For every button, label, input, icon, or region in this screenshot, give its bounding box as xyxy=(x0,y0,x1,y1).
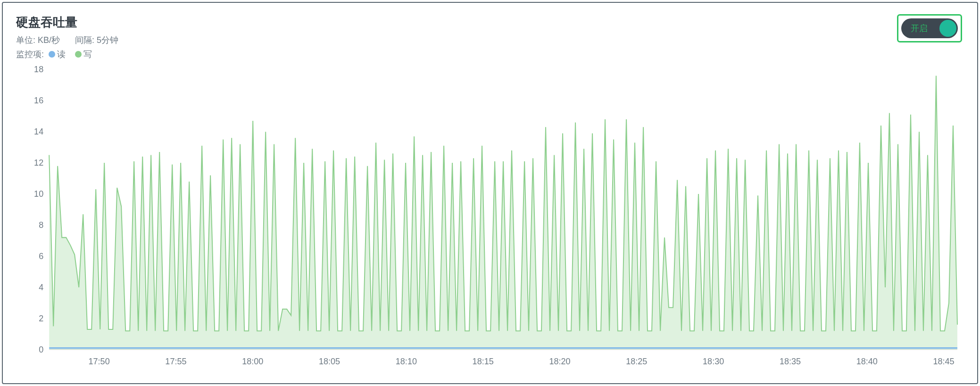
svg-text:16: 16 xyxy=(34,95,43,105)
legend-row: 监控项: 读 写 xyxy=(16,49,897,60)
svg-text:18:20: 18:20 xyxy=(549,356,570,366)
svg-text:17:55: 17:55 xyxy=(165,356,186,366)
meta-row: 单位: KB/秒 间隔: 5分钟 xyxy=(16,34,897,46)
svg-text:18:10: 18:10 xyxy=(396,356,417,366)
svg-text:18:45: 18:45 xyxy=(933,356,955,366)
svg-text:18:30: 18:30 xyxy=(703,356,724,366)
panel-title: 硬盘吞吐量 xyxy=(16,14,897,31)
svg-text:18:25: 18:25 xyxy=(626,356,647,366)
legend-read-text: 读 xyxy=(57,49,66,60)
throughput-chart[interactable]: 02468101214161817:5017:5518:0018:0518:10… xyxy=(16,65,962,374)
legend-write-text: 写 xyxy=(83,49,92,60)
svg-text:8: 8 xyxy=(39,220,43,230)
svg-text:10: 10 xyxy=(34,189,43,199)
svg-text:18:05: 18:05 xyxy=(319,356,340,366)
svg-text:12: 12 xyxy=(34,158,43,168)
unit-value: KB/秒 xyxy=(38,35,60,45)
svg-text:2: 2 xyxy=(39,313,43,323)
svg-text:18:40: 18:40 xyxy=(856,356,878,366)
circle-icon xyxy=(49,51,55,58)
svg-text:18:00: 18:00 xyxy=(242,356,263,366)
legend-item-read[interactable]: 读 xyxy=(49,49,66,60)
interval-meta: 间隔: 5分钟 xyxy=(75,34,118,46)
svg-text:0: 0 xyxy=(39,344,43,354)
interval-label: 间隔: xyxy=(75,35,94,45)
disk-throughput-panel: 硬盘吞吐量 单位: KB/秒 间隔: 5分钟 监控项: 读 xyxy=(2,2,978,384)
unit-label: 单位: xyxy=(16,35,35,45)
legend-item-write[interactable]: 写 xyxy=(75,49,92,60)
chart-container[interactable]: 02468101214161817:5017:5518:0018:0518:10… xyxy=(16,65,962,374)
toggle-highlight-box: 开启 xyxy=(897,14,962,42)
unit-meta: 单位: KB/秒 xyxy=(16,34,60,46)
enable-toggle[interactable]: 开启 xyxy=(901,18,958,38)
svg-text:4: 4 xyxy=(39,282,43,292)
svg-text:14: 14 xyxy=(34,126,43,136)
legend-label: 监控项: xyxy=(16,49,44,60)
svg-text:18:35: 18:35 xyxy=(780,356,801,366)
header-left: 硬盘吞吐量 单位: KB/秒 间隔: 5分钟 监控项: 读 xyxy=(16,14,897,60)
svg-text:18:15: 18:15 xyxy=(473,356,494,366)
circle-icon xyxy=(75,51,82,58)
svg-text:17:50: 17:50 xyxy=(89,356,110,366)
svg-text:6: 6 xyxy=(39,251,43,261)
toggle-knob xyxy=(939,20,956,37)
svg-text:18: 18 xyxy=(34,65,43,74)
panel-header: 硬盘吞吐量 单位: KB/秒 间隔: 5分钟 监控项: 读 xyxy=(16,14,962,60)
interval-value: 5分钟 xyxy=(97,35,118,45)
toggle-label: 开启 xyxy=(911,23,928,34)
